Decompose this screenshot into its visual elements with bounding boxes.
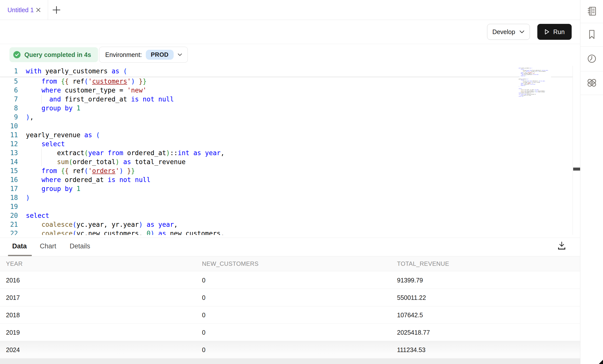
sidebar-button-notebook[interactable] — [580, 0, 603, 23]
table-cell: 0 — [202, 272, 205, 289]
code-line[interactable]: 20select — [0, 211, 573, 220]
line-number: 18 — [0, 193, 18, 202]
line-number: 12 — [0, 139, 18, 148]
table-row: 20240111234.53 — [0, 341, 580, 359]
code-text: where ordered_at is not null — [26, 175, 151, 184]
line-number: 11 — [0, 131, 18, 139]
resize-corner[interactable] — [599, 360, 603, 364]
line-number: 21 — [0, 220, 18, 229]
line-number: 1 — [0, 66, 18, 77]
line-number: 10 — [0, 122, 18, 131]
code-line[interactable]: 14 sum(order_total) as total_revenue — [0, 157, 573, 166]
line-number: 8 — [0, 104, 18, 113]
sticky-scroll-line[interactable]: 1with yearly_customers as ( — [0, 66, 573, 77]
tab-untitled-1[interactable]: Untitled 1 — [0, 0, 48, 20]
code-text: from {{ ref('customers') }} — [26, 77, 147, 86]
line-number: 14 — [0, 157, 18, 166]
code-editor[interactable]: 1with yearly_customers as ( 5 from {{ re… — [0, 66, 573, 235]
code-line[interactable]: 17 group by 1 — [0, 184, 573, 193]
table-cell: 107642.5 — [397, 306, 423, 324]
code-text: sum(order_total) as total_revenue — [26, 157, 186, 166]
sidebar-button-lineage[interactable] — [580, 71, 603, 95]
code-line[interactable]: 22 coalesce(yc.new_customers, 0) as new_… — [0, 229, 573, 235]
minimap-code: with yearly_customers as ( select extrac… — [519, 68, 551, 97]
results-tab-chart[interactable]: Chart — [40, 238, 56, 254]
code-text: ), — [26, 113, 34, 122]
query-status-pill: Query completed in 4s — [9, 47, 98, 62]
table-cell: 0 — [202, 306, 205, 324]
results-tab-data[interactable]: Data — [12, 238, 27, 254]
table-cell: 2019 — [6, 324, 20, 341]
code-line[interactable]: 15 from {{ ref('orders') }} — [0, 166, 573, 175]
results-panel: DataChartDetails YEARNEW_CUSTOMERSTOTAL_… — [0, 238, 580, 364]
close-tab-icon[interactable] — [35, 7, 41, 13]
line-number: 5 — [0, 77, 18, 86]
notebook-icon — [586, 6, 597, 17]
line-number: 20 — [0, 211, 18, 220]
sidebar-filler — [580, 95, 603, 364]
code-line[interactable]: 10 — [0, 122, 573, 131]
code-line[interactable]: 13 extract(year from ordered_at)::int as… — [0, 148, 573, 157]
environment-label: Environment: — [105, 51, 142, 58]
code-line[interactable]: 8 group by 1 — [0, 104, 573, 113]
code-line[interactable]: 7 and first_ordered_at is not null — [0, 95, 573, 104]
sidebar-button-bookmark[interactable] — [580, 23, 603, 47]
line-number: 7 — [0, 95, 18, 104]
tab-title: Untitled 1 — [7, 0, 34, 20]
table-cell: 2017 — [6, 289, 20, 306]
code-text: select — [26, 211, 49, 220]
tab-separator — [48, 0, 48, 20]
lineage-icon — [586, 77, 597, 89]
code-line[interactable]: 11yearly_revenue as ( — [0, 131, 573, 139]
right-sidebar — [580, 0, 603, 364]
history-icon — [586, 53, 597, 65]
code-text: and first_ordered_at is not null — [26, 95, 174, 104]
code-line[interactable]: 16 where ordered_at is not null — [0, 175, 573, 184]
editor-scroll-indicator[interactable] — [573, 168, 580, 171]
app-window: Untitled 1 Develop R — [0, 0, 603, 364]
line-number: 19 — [0, 202, 18, 211]
column-header-new_customers: NEW_CUSTOMERS — [202, 256, 258, 271]
develop-label: Develop — [492, 28, 515, 36]
environment-badge: PROD — [146, 50, 173, 60]
code-text: coalesce(yc.new_customers, 0) as new_cus… — [26, 229, 224, 235]
editor-lines[interactable]: 5 from {{ ref('customers') }}6 where cus… — [0, 77, 573, 235]
code-line[interactable]: 5 from {{ ref('customers') }} — [0, 77, 573, 86]
minimap[interactable]: with yearly_customers as ( select extrac… — [519, 68, 551, 98]
code-line[interactable]: 19 — [0, 202, 573, 211]
check-circle-icon — [13, 51, 21, 59]
code-line[interactable]: 9), — [0, 113, 573, 122]
table-row: 20180107642.5 — [0, 306, 580, 324]
code-line[interactable]: 1with yearly_customers as ( — [0, 66, 573, 77]
table-row: 201902025418.77 — [0, 324, 580, 341]
sidebar-button-history[interactable] — [580, 47, 603, 71]
results-tab-details[interactable]: Details — [70, 238, 90, 254]
main-column: Untitled 1 Develop R — [0, 0, 580, 364]
table-row: 20170550011.22 — [0, 289, 580, 306]
table-cell: 2016 — [6, 272, 20, 289]
download-results-button[interactable] — [556, 240, 568, 252]
code-text: extract(year from ordered_at)::int as ye… — [26, 148, 224, 157]
line-number: 22 — [0, 229, 18, 235]
environment-dropdown[interactable]: Environment: PROD — [99, 47, 188, 63]
code-line[interactable]: 12 select — [0, 139, 573, 148]
code-line[interactable]: 6 where customer_type = 'new' — [0, 86, 573, 95]
develop-dropdown-button[interactable]: Develop — [487, 24, 530, 40]
code-text: coalesce(yc.year, yr.year) as year, — [26, 220, 178, 229]
line-number: 13 — [0, 148, 18, 157]
code-text: select — [26, 139, 65, 148]
code-text: where customer_type = 'new' — [26, 86, 147, 95]
table-body: 2016091399.7920170550011.2220180107642.5… — [0, 272, 580, 359]
status-row: Query completed in 4s Environment: PROD — [0, 44, 580, 66]
query-status-text: Query completed in 4s — [24, 51, 91, 58]
code-line[interactable]: 18) — [0, 193, 573, 202]
code-line[interactable]: 21 coalesce(yc.year, yr.year) as year, — [0, 220, 573, 229]
run-button[interactable]: Run — [537, 24, 572, 40]
minimap-line: order by 1 — [519, 96, 551, 97]
table-cell: 0 — [202, 324, 205, 341]
new-tab-button[interactable] — [51, 5, 62, 15]
line-number: 9 — [0, 113, 18, 122]
column-header-year: YEAR — [6, 256, 23, 271]
horizontal-scrollbar[interactable] — [0, 359, 580, 364]
code-text: ) — [26, 193, 30, 202]
